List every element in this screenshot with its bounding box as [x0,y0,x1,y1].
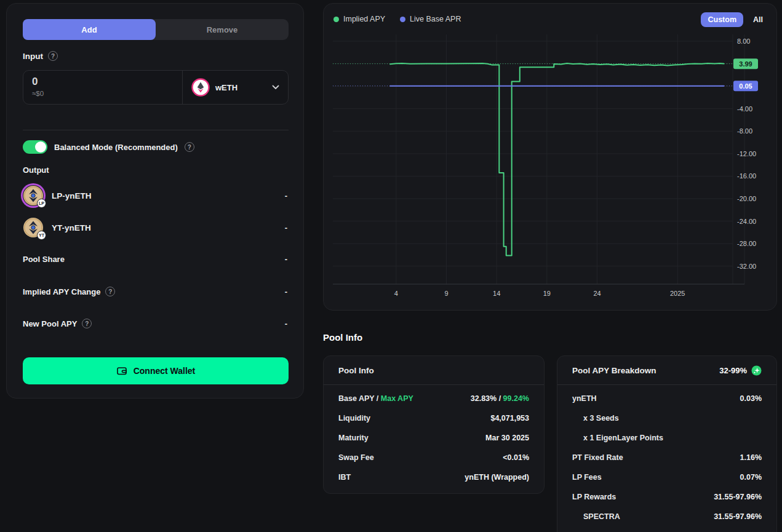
apy-line-chart[interactable]: 4914192420258.00-4.00-8.00-12.00-16.00-2… [324,34,778,308]
output-value: - [285,191,287,200]
pool-info-section-title: Pool Info [323,332,362,343]
pool-info-card-title: Pool Info [338,366,374,375]
apy-breakdown-header: Pool APY Breakdown 32-99% [557,356,776,385]
base-max-apy-row: Base APY / Max APY 32.83% / 99.24% [338,389,529,408]
row-label: x 1 EigenLayer Points [572,434,663,442]
svg-text:0.05: 0.05 [739,82,752,90]
output-value: - [285,223,287,232]
ibt-value: ynETH (Wrapped) [465,473,529,482]
wallet-icon [116,365,127,376]
maturity-row: Maturity Mar 30 2025 [338,428,529,448]
range-all-button[interactable]: All [753,15,763,24]
input-help-icon[interactable]: ? [48,51,58,61]
maturity-value: Mar 30 2025 [485,434,529,442]
apy-breakdown-title: Pool APY Breakdown [572,366,656,375]
base-apy-value: 32.83% / [471,394,503,403]
legend-label: Live Base APR [410,15,461,23]
breakdown-row-eigenlayer: x 1 EigenLayer Points [572,428,762,448]
swap-fee-value: <0.01% [503,453,529,462]
token-select[interactable]: wETH [182,71,288,104]
balanced-mode-label: Balanced Mode (Recommended) [54,143,178,152]
svg-text:-4.00: -4.00 [737,105,752,113]
svg-text:19: 19 [543,290,551,297]
balanced-mode-toggle[interactable] [23,140,47,154]
row-label: PT Fixed Rate [572,453,623,462]
row-label: LP Rewards [572,493,616,501]
liquidity-row: Liquidity $4,071,953 [338,408,529,428]
connect-wallet-button[interactable]: Connect Wallet [23,357,289,384]
connect-wallet-label: Connect Wallet [134,366,196,376]
blue-dot-icon [400,17,405,22]
token-symbol: wETH [215,83,266,92]
swap-fee-label: Swap Fee [338,453,374,462]
ibt-label: IBT [338,473,351,482]
new-pool-apy-help-icon[interactable]: ? [82,319,92,328]
amount-usd-value: ≈$0 [32,90,174,97]
breakdown-row-lp-rewards: LP Rewards 31.55-97.96% [572,487,762,507]
chart-legend: Implied APY Live Base APR [333,15,461,23]
output-token-name: YT-ynETH [52,223,91,232]
pool-share-label: Pool Share [23,255,65,264]
svg-text:3.99: 3.99 [739,60,752,68]
weth-token-icon [191,78,210,97]
maturity-label: Maturity [338,434,369,442]
pool-share-row: Pool Share - [23,255,287,264]
row-value: 0.07% [740,473,762,482]
svg-text:-20.00: -20.00 [737,195,756,202]
svg-text:-32.00: -32.00 [737,263,756,270]
new-pool-apy-row: New Pool APY ? - [23,319,287,328]
breakdown-row-yneth: ynETH 0.03% [572,389,762,408]
pool-apy-breakdown-card: Pool APY Breakdown 32-99% ynETH 0.03% x … [557,355,777,532]
ibt-row: IBT ynETH (Wrapped) [338,467,529,487]
svg-text:-28.00: -28.00 [737,240,756,247]
pool-share-value: - [285,255,287,264]
section-divider [23,130,289,130]
row-value: 31.55-97.96% [714,512,762,521]
new-pool-apy-value: - [285,319,287,328]
output-label: Output [23,165,49,175]
sparkle-icon [751,365,762,376]
max-apy-label: Max APY [381,394,413,403]
balanced-mode-row: Balanced Mode (Recommended) ? [23,140,194,154]
svg-text:-8.00: -8.00 [737,127,752,135]
breakdown-row-seeds: x 3 Seeds [572,408,762,428]
range-custom-button[interactable]: Custom [701,12,743,27]
balanced-mode-help-icon[interactable]: ? [185,142,194,152]
output-row-lp: LP LP-ynETH - [23,185,287,206]
input-label: Input [23,52,43,61]
row-label: LP Fees [572,473,602,482]
implied-apy-change-row: Implied APY Change ? - [23,287,287,296]
amount-side[interactable]: 0 ≈$0 [23,71,182,104]
apy-chart-panel: Implied APY Live Base APR Custom All 491… [323,3,777,311]
green-dot-icon [333,17,339,22]
row-label: x 3 Seeds [572,414,619,423]
svg-text:2025: 2025 [670,290,685,297]
tab-remove[interactable]: Remove [156,19,289,40]
pool-info-card-header: Pool Info [324,356,544,385]
svg-text:-24.00: -24.00 [737,218,756,225]
yt-badge: YT [37,231,46,240]
row-value: 1.16% [740,453,762,462]
input-label-row: Input ? [23,51,58,61]
lp-badge: LP [37,199,46,208]
legend-live-base-apr: Live Base APR [400,15,461,23]
chevron-down-icon [272,85,279,90]
lp-yneth-icon: LP [23,185,44,206]
breakdown-row-spectra: SPECTRA 31.55-97.96% [572,507,762,526]
implied-apy-change-label: Implied APY Change [23,287,100,296]
svg-text:-16.00: -16.00 [737,172,756,180]
row-value: 31.55-97.96% [714,493,762,501]
chart-range-buttons: Custom All [701,12,763,27]
yt-yneth-icon: YT [23,217,44,238]
implied-apy-change-help-icon[interactable]: ? [105,287,115,296]
add-remove-tabs: Add Remove [23,19,289,40]
new-pool-apy-label: New Pool APY [23,319,77,328]
output-row-yt: YT YT-ynETH - [23,217,287,238]
row-value: 0.03% [740,394,762,403]
svg-text:9: 9 [444,290,448,297]
tab-add[interactable]: Add [23,19,156,40]
amount-input[interactable]: 0 [32,76,174,88]
max-apy-value: 99.24% [503,394,529,403]
row-label: SPECTRA [572,512,620,521]
swap-fee-row: Swap Fee <0.01% [338,448,529,467]
